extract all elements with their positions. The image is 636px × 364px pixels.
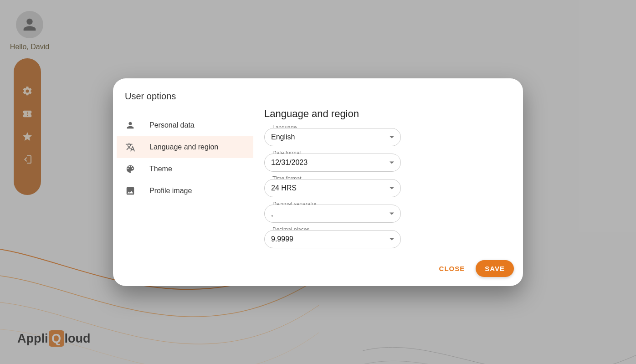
person-icon: [125, 120, 136, 131]
language-select[interactable]: English: [264, 128, 401, 146]
select-value: 12/31/2023: [271, 159, 308, 167]
chevron-down-icon: [390, 238, 394, 240]
image-icon: [125, 185, 136, 196]
panel-title: Language and region: [264, 108, 506, 120]
dialog-actions: CLOSE SAVE: [117, 256, 519, 280]
sidebar-item-label: Personal data: [149, 121, 195, 129]
dialog-sidebar: Personal data Language and region Theme: [117, 106, 253, 256]
field-language: Language English: [264, 128, 401, 146]
select-value: 9.9999: [271, 235, 293, 243]
decimal-places-select[interactable]: 9.9999: [264, 230, 401, 248]
field-time-format: Time format 24 HRS: [264, 179, 401, 197]
chevron-down-icon: [390, 136, 394, 138]
select-value: 24 HRS: [271, 184, 297, 192]
date-format-select[interactable]: 12/31/2023: [264, 154, 401, 172]
chevron-down-icon: [390, 212, 394, 215]
select-value: English: [271, 133, 295, 141]
sidebar-item-personal-data[interactable]: Personal data: [117, 114, 253, 136]
chevron-down-icon: [390, 187, 394, 189]
sidebar-item-label: Language and region: [149, 143, 218, 151]
modal-overlay[interactable]: User options Personal data Language and …: [0, 0, 636, 364]
decimal-separator-select[interactable]: ,: [264, 205, 401, 223]
select-value: ,: [271, 210, 273, 218]
palette-icon: [125, 164, 136, 174]
field-date-format: Date format 12/31/2023: [264, 154, 401, 172]
chevron-down-icon: [390, 161, 394, 164]
sidebar-item-theme[interactable]: Theme: [117, 158, 253, 180]
sidebar-item-label: Theme: [149, 165, 172, 173]
sidebar-item-language-region[interactable]: Language and region: [117, 136, 253, 158]
sidebar-item-label: Profile image: [149, 187, 192, 195]
translate-icon: [125, 142, 136, 153]
close-button[interactable]: CLOSE: [436, 261, 468, 276]
field-decimal-places: Decimal places 9.9999: [264, 230, 401, 248]
dialog-title: User options: [117, 88, 519, 106]
save-button[interactable]: SAVE: [476, 260, 514, 277]
sidebar-item-profile-image[interactable]: Profile image: [117, 180, 253, 202]
field-decimal-separator: Decimal separator ,: [264, 205, 401, 223]
time-format-select[interactable]: 24 HRS: [264, 179, 401, 197]
user-options-dialog: User options Personal data Language and …: [113, 78, 523, 286]
dialog-panel: Language and region Language English Dat…: [253, 106, 519, 256]
